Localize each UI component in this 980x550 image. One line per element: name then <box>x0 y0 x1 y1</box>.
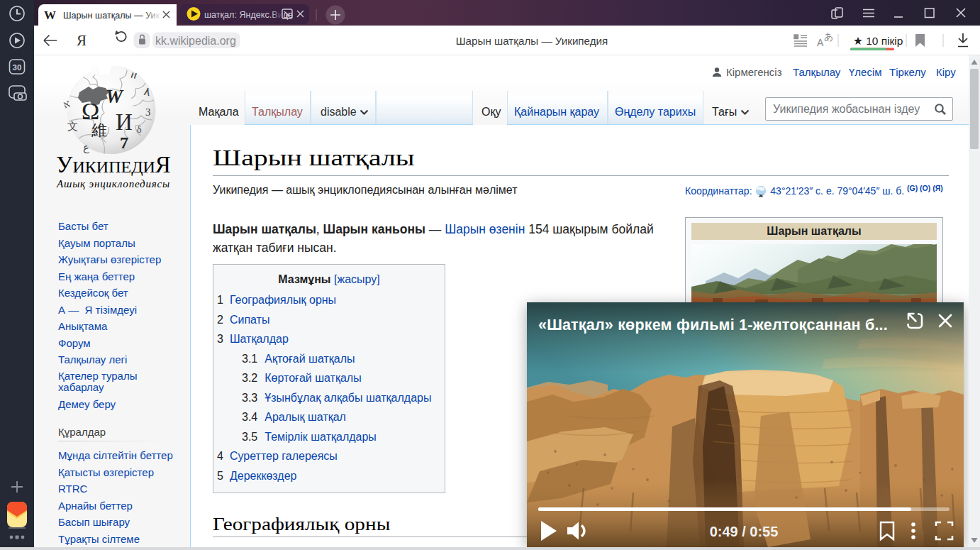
svg-text:kk.wikipedia.org: kk.wikipedia.org <box>155 35 236 47</box>
svg-text:0:49 / 0:55: 0:49 / 0:55 <box>710 524 779 539</box>
svg-text:Я: Я <box>77 32 87 49</box>
svg-text:И: И <box>116 109 133 135</box>
svg-text:Шарын шатқалы — Уикипедия: Шарын шатқалы — Уикипедия <box>456 35 608 47</box>
svg-text:★ 10 пікір: ★ 10 пікір <box>853 35 903 47</box>
svg-text:«Шатқал» көркем фильмі 1-желто: «Шатқал» көркем фильмі 1-желтоқсаннан б.… <box>538 317 888 334</box>
svg-text:あ: あ <box>824 31 833 42</box>
svg-text:W: W <box>106 86 124 107</box>
svg-text:З: З <box>145 106 151 118</box>
svg-text:文: 文 <box>67 121 78 132</box>
svg-text:δ: δ <box>137 124 142 135</box>
svg-text:7: 7 <box>120 133 128 152</box>
svg-text:30: 30 <box>13 63 22 72</box>
svg-text:A: A <box>817 37 824 48</box>
svg-text:ع: ع <box>83 142 89 154</box>
svg-text:Ω: Ω <box>82 98 99 124</box>
svg-text:維: 維 <box>91 121 107 139</box>
